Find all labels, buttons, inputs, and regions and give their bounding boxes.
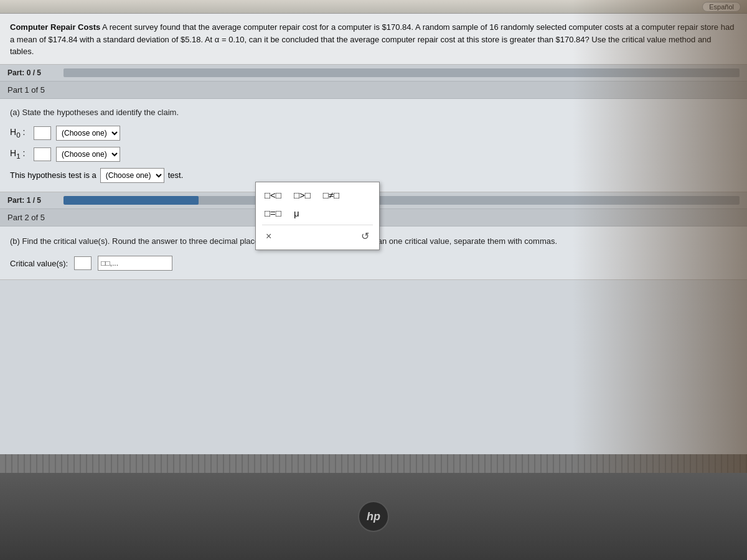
h0-input[interactable]	[34, 126, 51, 140]
h0-subscript: 0	[16, 131, 20, 139]
h0-row: H0 : (Choose one) μ < $170.84 μ > $170.8…	[10, 126, 737, 141]
math-popup: □<□ □>□ □≠□ □=□ μ × ↺	[255, 182, 380, 250]
test-select[interactable]: (Choose one) left-tailed right-tailed tw…	[100, 168, 164, 183]
h1-input[interactable]	[34, 147, 51, 161]
formula-display[interactable]: □□,...	[98, 256, 172, 271]
symbol-gt[interactable]: □>□	[291, 189, 313, 202]
hp-logo: hp	[358, 501, 389, 532]
laptop-keyboard	[0, 454, 747, 473]
part15-fill	[63, 196, 199, 205]
math-symbols-row1: □<□ □>□ □≠□	[262, 189, 373, 202]
part0-progress-bar: Part: 0 / 5	[0, 65, 747, 82]
part1-header: Part 1 of 5	[0, 82, 747, 99]
h1-label: H1 :	[10, 148, 29, 160]
h1-subscript: 1	[16, 152, 20, 160]
symbol-eq[interactable]: □=□	[262, 207, 284, 220]
taskbar: Español	[0, 0, 747, 14]
part1-content: (a) State the hypotheses and identify th…	[0, 99, 747, 192]
test-suffix: test.	[168, 170, 184, 180]
part15-label: Part: 1 / 5	[7, 196, 57, 205]
critical-row: Critical value(s): □□,...	[10, 256, 737, 271]
test-row: This hypothesis test is a (Choose one) l…	[10, 168, 737, 183]
h1-row: H1 : (Choose one) μ < $170.84 μ > $170.8…	[10, 147, 737, 162]
laptop-bottom: hp	[0, 473, 747, 560]
math-symbols-row2: □=□ μ	[262, 207, 373, 220]
critical-input[interactable]	[74, 256, 92, 270]
problem-title: Computer Repair Costs	[10, 22, 100, 32]
test-label: This hypothesis test is a	[10, 170, 96, 180]
math-actions: × ↺	[262, 225, 373, 243]
part15-track	[63, 196, 740, 205]
formula-placeholder: □□,...	[101, 259, 118, 268]
h0-select[interactable]: (Choose one) μ < $170.84 μ > $170.84 μ =…	[56, 126, 120, 141]
problem-text: Computer Repair Costs A recent survey fo…	[0, 14, 747, 65]
math-undo-icon[interactable]: ↺	[357, 229, 373, 243]
h0-label: H0 :	[10, 127, 29, 139]
espanol-button[interactable]: Español	[702, 2, 741, 12]
symbol-mu[interactable]: μ	[291, 207, 302, 220]
symbol-lt[interactable]: □<□	[262, 189, 284, 202]
h1-select[interactable]: (Choose one) μ < $170.84 μ > $170.84 μ =…	[56, 147, 120, 162]
part0-label: Part: 0 / 5	[7, 68, 57, 77]
part0-track	[63, 68, 740, 77]
math-close-icon[interactable]: ×	[262, 230, 275, 243]
problem-body: A recent survey found that the average c…	[10, 22, 734, 56]
part1-instruction: (a) State the hypotheses and identify th…	[10, 108, 737, 117]
part2-header-label: Part 2 of 5	[7, 213, 45, 222]
critical-label: Critical value(s):	[10, 259, 68, 268]
symbol-neq[interactable]: □≠□	[321, 189, 342, 202]
part1-header-label: Part 1 of 5	[7, 85, 45, 95]
